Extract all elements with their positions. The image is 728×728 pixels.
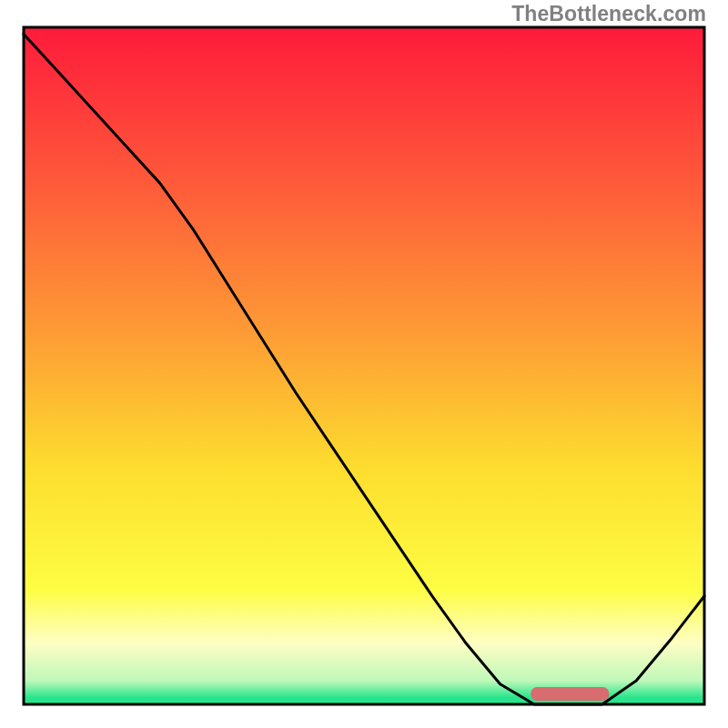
- chart-container: { "watermark": "TheBottleneck.com", "cha…: [0, 0, 728, 728]
- bottleneck-chart: [0, 0, 728, 728]
- plot-background: [24, 27, 704, 704]
- optimal-marker: [531, 687, 609, 701]
